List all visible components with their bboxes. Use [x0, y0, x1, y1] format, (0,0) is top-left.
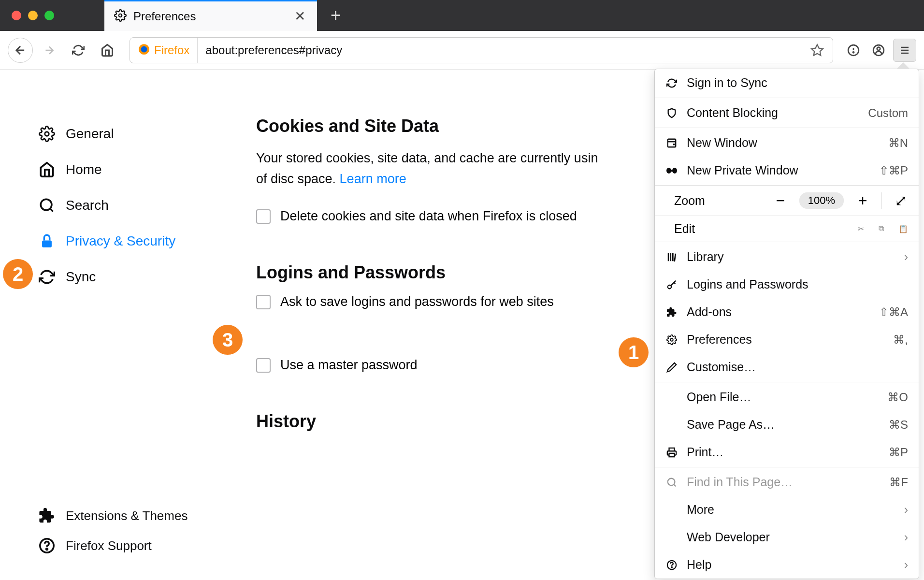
svg-point-12	[41, 199, 52, 210]
forward-button[interactable]	[37, 38, 62, 63]
svg-point-11	[45, 132, 49, 136]
delete-cookies-checkbox[interactable]	[256, 209, 271, 224]
sidebar-item-label: Home	[66, 162, 102, 177]
url-text: about:preferences#privacy	[198, 44, 807, 57]
svg-rect-27	[674, 253, 676, 261]
chevron-right-icon: ›	[904, 530, 908, 544]
active-tab[interactable]: Preferences ✕	[104, 0, 317, 31]
learn-more-link[interactable]: Learn more	[340, 172, 406, 186]
sync-icon	[665, 77, 678, 89]
sidebar-bottom: Extensions & Themes Firefox Support	[39, 501, 188, 561]
ask-save-label: Ask to save logins and passwords for web…	[280, 294, 554, 309]
close-tab-button[interactable]: ✕	[294, 8, 305, 24]
svg-line-32	[674, 484, 676, 486]
chevron-right-icon: ›	[904, 250, 908, 264]
brush-icon	[665, 361, 678, 374]
toolbar: Firefox about:preferences#privacy	[0, 31, 924, 70]
menu-logins[interactable]: Logins and Passwords	[655, 271, 919, 298]
url-bar[interactable]: Firefox about:preferences#privacy	[130, 37, 833, 63]
sidebar-item-label: Privacy & Security	[66, 233, 175, 249]
reader-view-icon[interactable]	[843, 40, 864, 61]
close-window-button[interactable]	[12, 11, 21, 20]
shield-icon	[665, 107, 678, 119]
menu-addons[interactable]: Add-ons ⇧⌘A	[655, 298, 919, 326]
sidebar-item-extensions[interactable]: Extensions & Themes	[39, 501, 188, 531]
zoom-value[interactable]: 100%	[799, 192, 844, 209]
paste-icon[interactable]: 📋	[898, 224, 908, 233]
menu-separator	[655, 128, 919, 128]
svg-rect-26	[672, 253, 674, 261]
menu-zoom: Zoom − 100% + ⤢	[655, 187, 919, 215]
library-icon	[665, 251, 678, 263]
account-icon[interactable]	[868, 40, 889, 61]
puzzle-icon	[665, 306, 678, 319]
window-controls	[0, 11, 66, 20]
app-menu: Sign in to Sync Content Blocking Custom …	[654, 69, 919, 579]
menu-find[interactable]: Find in This Page… ⌘F	[655, 468, 919, 496]
reload-button[interactable]	[66, 38, 91, 63]
menu-new-private[interactable]: New Private Window ⇧⌘P	[655, 157, 919, 184]
site-identity[interactable]: Firefox	[130, 38, 198, 63]
sidebar-item-support[interactable]: Firefox Support	[39, 531, 188, 561]
sidebar-item-search[interactable]: Search	[39, 188, 237, 223]
zoom-in-button[interactable]: +	[855, 192, 870, 210]
sidebar-item-sync[interactable]: Sync	[39, 259, 237, 295]
menu-sign-in[interactable]: Sign in to Sync	[655, 69, 919, 97]
chevron-right-icon: ›	[904, 503, 908, 517]
print-icon	[665, 446, 678, 459]
menu-save-as[interactable]: Save Page As… ⌘S	[655, 411, 919, 438]
svg-point-7	[877, 47, 881, 50]
menu-help[interactable]: Help ›	[655, 551, 919, 579]
callout-1: 1	[619, 337, 649, 367]
gear-icon	[114, 9, 127, 24]
cookies-description: Your stored cookies, site data, and cach…	[256, 148, 691, 189]
maximize-window-button[interactable]	[44, 11, 54, 20]
menu-web-developer[interactable]: Web Developer ›	[655, 523, 919, 551]
mask-icon	[665, 164, 678, 177]
menu-preferences[interactable]: Preferences ⌘,	[655, 326, 919, 353]
minimize-window-button[interactable]	[28, 11, 38, 20]
bookmark-star-icon[interactable]	[807, 40, 828, 61]
svg-line-13	[50, 209, 53, 212]
sidebar-item-label: Firefox Support	[66, 538, 152, 553]
menu-open-file[interactable]: Open File… ⌘O	[655, 383, 919, 411]
menu-content-blocking[interactable]: Content Blocking Custom	[655, 99, 919, 127]
fullscreen-button[interactable]: ⤢	[894, 191, 908, 210]
menu-more[interactable]: More ›	[655, 496, 919, 523]
chevron-right-icon: ›	[904, 558, 908, 572]
back-button[interactable]	[8, 38, 33, 63]
sidebar-item-label: Extensions & Themes	[66, 508, 188, 523]
svg-point-34	[671, 566, 672, 567]
svg-rect-14	[42, 241, 52, 247]
svg-rect-25	[670, 253, 671, 261]
menu-new-window[interactable]: New Window ⌘N	[655, 129, 919, 157]
delete-cookies-label: Delete cookies and site data when Firefo…	[280, 209, 577, 224]
cut-icon[interactable]: ✂	[858, 224, 864, 233]
copy-icon[interactable]: ⧉	[879, 224, 884, 233]
master-pw-checkbox[interactable]	[256, 358, 271, 373]
sidebar-item-general[interactable]: General	[39, 116, 237, 152]
sidebar-item-label: Search	[66, 198, 109, 213]
menu-separator	[655, 98, 919, 98]
home-button[interactable]	[95, 38, 120, 63]
menu-edit: Edit ✂ ⧉ 📋	[655, 217, 919, 241]
svg-point-28	[668, 285, 671, 288]
sidebar-item-home[interactable]: Home	[39, 152, 237, 188]
svg-point-31	[668, 478, 675, 485]
svg-rect-30	[669, 453, 675, 456]
master-pw-label: Use a master password	[280, 358, 418, 373]
window-icon	[665, 137, 678, 149]
callout-3: 3	[213, 325, 243, 355]
menu-separator	[655, 242, 919, 242]
menu-print[interactable]: Print… ⌘P	[655, 438, 919, 466]
zoom-out-button[interactable]: −	[773, 192, 788, 210]
app-menu-button[interactable]	[893, 39, 916, 62]
new-tab-button[interactable]: +	[317, 5, 354, 26]
svg-rect-17	[668, 139, 676, 147]
menu-library[interactable]: Library ›	[655, 243, 919, 271]
ask-save-checkbox[interactable]	[256, 295, 271, 309]
menu-separator	[655, 382, 919, 382]
sidebar-item-privacy[interactable]: Privacy & Security	[39, 223, 237, 259]
menu-customise[interactable]: Customise…	[655, 353, 919, 381]
menu-separator	[655, 216, 919, 216]
